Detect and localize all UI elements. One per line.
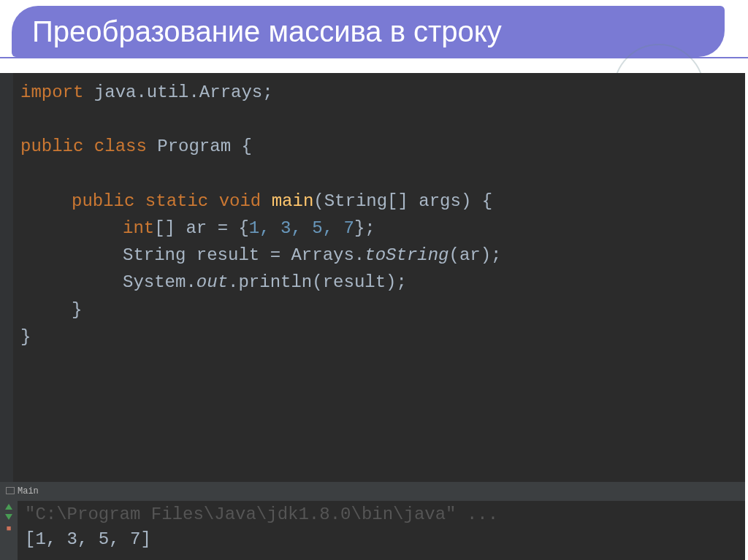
keyword-class: class bbox=[94, 137, 147, 156]
arr-end: }; bbox=[354, 218, 375, 238]
code-line: public static void main(String[] args) { bbox=[20, 188, 745, 215]
console-tab-label: Main bbox=[18, 486, 39, 496]
keyword-import: import bbox=[20, 83, 83, 102]
out-field: out bbox=[196, 272, 228, 292]
array-values: 1, 3, 5, 7 bbox=[249, 218, 354, 238]
blank-line bbox=[20, 161, 745, 188]
console-output: "C:\Program Files\Java\jdk1.8.0\bin\java… bbox=[18, 501, 505, 560]
rerun-up-icon[interactable] bbox=[5, 504, 12, 510]
keyword-static: static bbox=[145, 191, 208, 211]
keyword-void: void bbox=[219, 191, 262, 211]
keyword-public: public bbox=[20, 137, 83, 156]
blank-line bbox=[20, 106, 745, 133]
keyword-int: int bbox=[123, 218, 154, 238]
code-editor: import java.util.Arrays; public class Pr… bbox=[0, 73, 745, 482]
code-line: import java.util.Arrays; bbox=[20, 79, 745, 106]
main-params: (String[] args) { bbox=[313, 191, 492, 211]
method-main: main bbox=[272, 191, 314, 211]
slide-title: Преобразование массива в строку bbox=[32, 15, 502, 48]
console-header: Main bbox=[0, 482, 745, 501]
console-panel: Main ■ "C:\Program Files\Java\jdk1.8.0\b… bbox=[0, 482, 745, 560]
console-toolbar: ■ bbox=[0, 501, 18, 560]
arr-decl: [] ar = { bbox=[154, 218, 249, 238]
code-content: import java.util.Arrays; public class Pr… bbox=[20, 79, 745, 350]
system: System. bbox=[123, 272, 196, 292]
stop-icon[interactable]: ■ bbox=[7, 524, 12, 533]
rerun-down-icon[interactable] bbox=[5, 514, 12, 520]
string-result-a: String result = Arrays. bbox=[123, 245, 365, 265]
code-line: int[] ar = {1, 3, 5, 7}; bbox=[20, 215, 745, 242]
code-line: public class Program { bbox=[20, 133, 745, 160]
console-output-line: [1, 3, 5, 7] bbox=[25, 527, 498, 552]
title-background: Преобразование массива в строку bbox=[12, 6, 725, 57]
code-line: String result = Arrays.toString(ar); bbox=[20, 242, 745, 269]
method-tostring: toString bbox=[365, 245, 449, 265]
code-line: System.out.println(result); bbox=[20, 269, 745, 296]
console-command-path: "C:\Program Files\Java\jdk1.8.0\bin\java… bbox=[25, 502, 498, 527]
keyword-public: public bbox=[72, 191, 134, 211]
code-line: } bbox=[20, 296, 745, 323]
string-result-b: (ar); bbox=[449, 245, 501, 265]
editor-gutter bbox=[0, 73, 13, 482]
class-name: Program bbox=[157, 137, 231, 156]
console-body: ■ "C:\Program Files\Java\jdk1.8.0\bin\ja… bbox=[0, 501, 745, 560]
code-line: } bbox=[20, 323, 745, 350]
println-call: .println(result); bbox=[228, 272, 407, 292]
run-config-icon bbox=[6, 487, 15, 496]
import-package: java.util.Arrays; bbox=[94, 83, 273, 102]
